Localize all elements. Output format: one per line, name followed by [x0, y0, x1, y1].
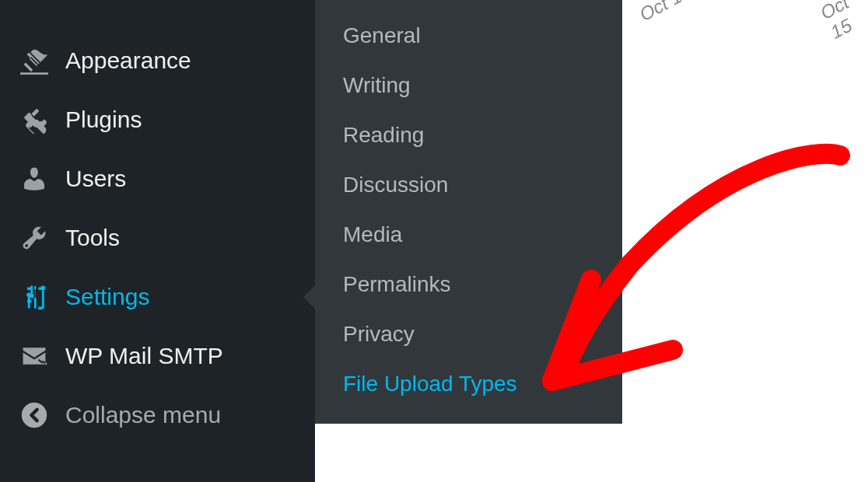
submenu-item-writing[interactable]: Writing — [315, 61, 622, 110]
submenu-item-permalinks[interactable]: Permalinks — [315, 260, 622, 309]
sidebar-item-label: Plugins — [65, 107, 142, 133]
sidebar-item-wp-mail-smtp[interactable]: WP Mail SMTP — [0, 327, 315, 386]
sidebar-item-settings[interactable]: Settings — [0, 267, 315, 327]
submenu-item-file-upload-types[interactable]: File Upload Types — [315, 359, 622, 409]
plugins-icon — [19, 104, 50, 135]
settings-icon — [19, 281, 50, 313]
date-label-2: Oct 15 — [817, 0, 868, 44]
settings-submenu: General Writing Reading Discussion Media… — [315, 0, 622, 424]
sidebar-item-appearance[interactable]: Appearance — [0, 31, 315, 90]
collapse-icon — [19, 400, 50, 431]
svg-point-0 — [22, 403, 47, 428]
sidebar-item-label: WP Mail SMTP — [65, 343, 223, 369]
collapse-label: Collapse menu — [65, 402, 221, 428]
sidebar-item-label: Users — [65, 166, 126, 192]
sidebar-item-plugins[interactable]: Plugins — [0, 90, 315, 149]
submenu-item-general[interactable]: General — [315, 11, 622, 61]
sidebar-item-tools[interactable]: Tools — [0, 208, 315, 267]
collapse-menu-button[interactable]: Collapse menu — [0, 386, 315, 445]
appearance-icon — [19, 45, 50, 76]
tools-icon — [19, 222, 50, 253]
submenu-item-reading[interactable]: Reading — [315, 110, 622, 160]
date-label-1: Oct 14 — [636, 0, 695, 26]
submenu-item-discussion[interactable]: Discussion — [315, 160, 622, 210]
sidebar-item-users[interactable]: Users — [0, 149, 315, 208]
mail-icon — [19, 341, 50, 372]
admin-sidebar: Appearance Plugins Users Tools Settings … — [0, 0, 315, 482]
sidebar-item-label: Appearance — [65, 47, 191, 74]
sidebar-item-label: Tools — [65, 225, 120, 251]
submenu-item-privacy[interactable]: Privacy — [315, 309, 622, 359]
users-icon — [19, 163, 50, 194]
submenu-item-media[interactable]: Media — [315, 210, 622, 260]
sidebar-item-label: Settings — [65, 284, 149, 310]
